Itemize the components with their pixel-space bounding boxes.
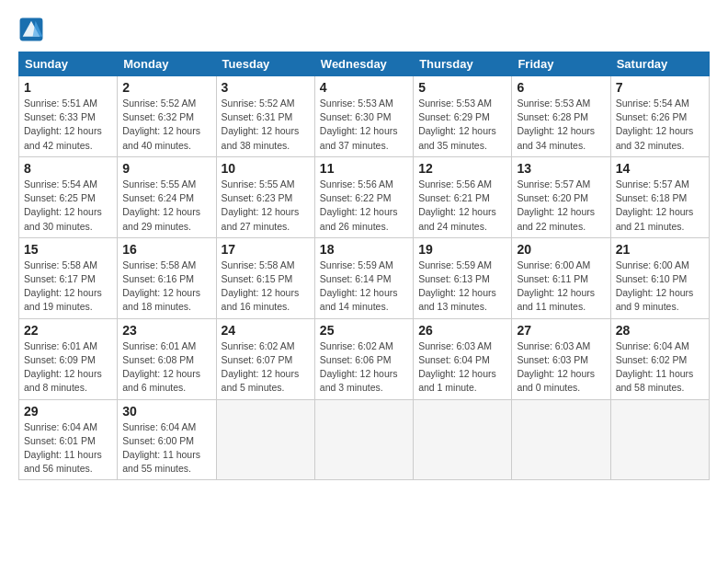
day-number: 25 [320,323,408,338]
logo [18,17,48,42]
day-info: Sunrise: 6:02 AMSunset: 6:07 PMDaylight:… [222,339,310,396]
calendar-cell: 18Sunrise: 5:59 AMSunset: 6:14 PMDayligh… [314,237,413,318]
calendar-week-4: 22Sunrise: 6:01 AMSunset: 6:09 PMDayligh… [19,318,710,399]
day-info: Sunrise: 6:00 AMSunset: 6:10 PMDaylight:… [616,259,704,315]
calendar-cell: 3Sunrise: 5:52 AMSunset: 6:31 PMDaylight… [216,76,314,157]
calendar-cell: 12Sunrise: 5:56 AMSunset: 6:21 PMDayligh… [414,156,512,237]
calendar-cell: 16Sunrise: 5:58 AMSunset: 6:16 PMDayligh… [118,237,216,318]
day-info: Sunrise: 5:54 AMSunset: 6:25 PMDaylight:… [24,178,112,234]
day-number: 4 [320,80,408,95]
calendar-cell: 7Sunrise: 5:54 AMSunset: 6:26 PMDaylight… [610,76,709,157]
day-info: Sunrise: 5:53 AMSunset: 6:29 PMDaylight:… [418,97,506,153]
day-info: Sunrise: 5:55 AMSunset: 6:23 PMDaylight:… [222,178,310,234]
calendar-cell [414,399,512,480]
calendar-cell: 4Sunrise: 5:53 AMSunset: 6:30 PMDaylight… [314,76,413,157]
day-number: 17 [222,242,310,257]
day-info: Sunrise: 6:00 AMSunset: 6:11 PMDaylight:… [517,259,605,315]
calendar-cell: 29Sunrise: 6:04 AMSunset: 6:01 PMDayligh… [19,399,118,480]
header [18,17,710,42]
calendar-cell: 27Sunrise: 6:03 AMSunset: 6:03 PMDayligh… [512,318,610,399]
header-tuesday: Tuesday [216,52,314,76]
calendar-cell: 15Sunrise: 5:58 AMSunset: 6:17 PMDayligh… [19,237,118,318]
calendar-cell [216,399,314,480]
day-info: Sunrise: 6:04 AMSunset: 6:01 PMDaylight:… [24,420,112,477]
day-info: Sunrise: 5:51 AMSunset: 6:33 PMDaylight:… [24,97,112,153]
day-number: 22 [24,323,112,338]
calendar-cell [314,399,413,480]
calendar-cell: 11Sunrise: 5:56 AMSunset: 6:22 PMDayligh… [314,156,413,237]
calendar-cell: 1Sunrise: 5:51 AMSunset: 6:33 PMDaylight… [19,76,118,157]
day-info: Sunrise: 5:53 AMSunset: 6:28 PMDaylight:… [517,97,605,153]
calendar-cell: 2Sunrise: 5:52 AMSunset: 6:32 PMDaylight… [118,76,216,157]
calendar-cell: 24Sunrise: 6:02 AMSunset: 6:07 PMDayligh… [216,318,314,399]
day-info: Sunrise: 5:56 AMSunset: 6:22 PMDaylight:… [320,178,408,234]
header-sunday: Sunday [19,52,118,76]
day-number: 13 [517,161,605,176]
calendar-cell: 17Sunrise: 5:58 AMSunset: 6:15 PMDayligh… [216,237,314,318]
day-number: 21 [616,242,704,257]
calendar-cell [610,399,709,480]
day-number: 19 [418,242,506,257]
calendar-cell: 21Sunrise: 6:00 AMSunset: 6:10 PMDayligh… [610,237,709,318]
calendar-week-2: 8Sunrise: 5:54 AMSunset: 6:25 PMDaylight… [19,156,710,237]
day-number: 5 [418,80,506,95]
calendar-week-1: 1Sunrise: 5:51 AMSunset: 6:33 PMDaylight… [19,76,710,157]
calendar-cell: 13Sunrise: 5:57 AMSunset: 6:20 PMDayligh… [512,156,610,237]
day-info: Sunrise: 5:52 AMSunset: 6:31 PMDaylight:… [222,97,310,153]
day-number: 11 [320,161,408,176]
day-number: 29 [24,404,112,419]
day-number: 2 [122,80,210,95]
header-saturday: Saturday [610,52,709,76]
day-number: 10 [222,161,310,176]
header-thursday: Thursday [414,52,512,76]
day-info: Sunrise: 5:53 AMSunset: 6:30 PMDaylight:… [320,97,408,153]
day-number: 8 [24,161,112,176]
day-number: 16 [122,242,210,257]
day-info: Sunrise: 6:04 AMSunset: 6:02 PMDaylight:… [616,339,704,396]
calendar-cell: 28Sunrise: 6:04 AMSunset: 6:02 PMDayligh… [610,318,709,399]
calendar-cell: 30Sunrise: 6:04 AMSunset: 6:00 PMDayligh… [118,399,216,480]
day-info: Sunrise: 5:54 AMSunset: 6:26 PMDaylight:… [616,97,704,153]
header-friday: Friday [512,52,610,76]
day-number: 9 [122,161,210,176]
day-number: 6 [517,80,605,95]
day-info: Sunrise: 5:58 AMSunset: 6:17 PMDaylight:… [24,259,112,315]
day-number: 20 [517,242,605,257]
calendar-cell [512,399,610,480]
day-info: Sunrise: 5:59 AMSunset: 6:14 PMDaylight:… [320,259,408,315]
day-number: 23 [122,323,210,338]
header-monday: Monday [118,52,216,76]
calendar-cell: 22Sunrise: 6:01 AMSunset: 6:09 PMDayligh… [19,318,118,399]
day-number: 7 [616,80,704,95]
day-info: Sunrise: 6:03 AMSunset: 6:04 PMDaylight:… [418,339,506,396]
calendar-cell: 10Sunrise: 5:55 AMSunset: 6:23 PMDayligh… [216,156,314,237]
day-info: Sunrise: 5:58 AMSunset: 6:15 PMDaylight:… [222,259,310,315]
page: SundayMondayTuesdayWednesdayThursdayFrid… [0,0,728,489]
calendar-week-3: 15Sunrise: 5:58 AMSunset: 6:17 PMDayligh… [19,237,710,318]
day-number: 26 [418,323,506,338]
calendar-cell: 14Sunrise: 5:57 AMSunset: 6:18 PMDayligh… [610,156,709,237]
day-number: 12 [418,161,506,176]
day-info: Sunrise: 6:03 AMSunset: 6:03 PMDaylight:… [517,339,605,396]
calendar-cell: 19Sunrise: 5:59 AMSunset: 6:13 PMDayligh… [414,237,512,318]
day-number: 30 [122,404,210,419]
day-info: Sunrise: 5:57 AMSunset: 6:20 PMDaylight:… [517,178,605,234]
day-number: 18 [320,242,408,257]
calendar-cell: 25Sunrise: 6:02 AMSunset: 6:06 PMDayligh… [314,318,413,399]
day-number: 1 [24,80,112,95]
calendar-week-5: 29Sunrise: 6:04 AMSunset: 6:01 PMDayligh… [19,399,710,480]
day-info: Sunrise: 5:52 AMSunset: 6:32 PMDaylight:… [122,97,210,153]
day-info: Sunrise: 6:01 AMSunset: 6:08 PMDaylight:… [122,339,210,396]
day-number: 27 [517,323,605,338]
day-number: 15 [24,242,112,257]
day-info: Sunrise: 5:57 AMSunset: 6:18 PMDaylight:… [616,178,704,234]
day-info: Sunrise: 6:04 AMSunset: 6:00 PMDaylight:… [122,420,210,477]
day-info: Sunrise: 5:58 AMSunset: 6:16 PMDaylight:… [122,259,210,315]
day-info: Sunrise: 5:55 AMSunset: 6:24 PMDaylight:… [122,178,210,234]
day-number: 28 [616,323,704,338]
day-number: 3 [222,80,310,95]
calendar-header-row: SundayMondayTuesdayWednesdayThursdayFrid… [19,52,710,76]
day-number: 24 [222,323,310,338]
header-wednesday: Wednesday [314,52,413,76]
day-info: Sunrise: 6:02 AMSunset: 6:06 PMDaylight:… [320,339,408,396]
